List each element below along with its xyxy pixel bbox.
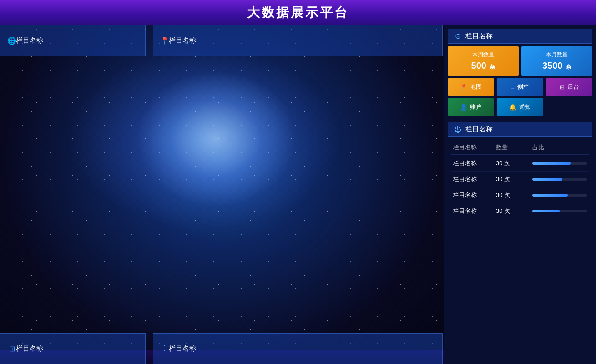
row2-name: 栏目名称 (453, 175, 496, 183)
row3-fill (532, 194, 568, 197)
stats-table: 栏目名称 数量 占比 栏目名称 30 次 栏目名称 30 次 (448, 139, 592, 360)
row3-progress (532, 194, 587, 197)
page-title: 大数据展示平台 (247, 4, 349, 21)
space-middle (0, 56, 444, 333)
right-bottom-section: ⏻ 栏目名称 栏目名称 数量 占比 栏目名称 30 次 (448, 122, 592, 360)
panel-top-center: 📍 栏目名称 (153, 25, 443, 56)
backend-button-label: 后台 (567, 83, 579, 91)
map-button[interactable]: 📍 地图 (448, 78, 494, 96)
shield-icon: 🛡 (161, 344, 169, 353)
row4-progress (532, 210, 587, 212)
table-header-row: 栏目名称 数量 占比 (451, 141, 589, 155)
row4-name: 栏目名称 (453, 207, 496, 215)
stat-box-week: 本周数量 500 条 (448, 46, 519, 76)
space-background: 🌐 栏目名称 📍 栏目名称 ⊞ 栏目名称 🛡 栏目名称 (0, 25, 444, 364)
panel-top-left-title: 栏目名称 (16, 36, 43, 45)
table-row: 栏目名称 30 次 (451, 172, 589, 187)
row3-name: 栏目名称 (453, 191, 496, 199)
account-button[interactable]: 👤 账户 (448, 98, 494, 116)
v-divider-1 (146, 25, 149, 56)
row1-fill (532, 162, 571, 165)
month-value: 3500 条 (542, 61, 571, 71)
backend-icon: ⊞ (560, 84, 565, 91)
row4-fill (532, 210, 560, 212)
power-icon: ⏻ (454, 126, 462, 134)
panel-top-center-title: 栏目名称 (169, 36, 196, 45)
row2-progress (532, 178, 587, 181)
panel-bottom-center-title: 栏目名称 (169, 344, 196, 353)
notify-button-label: 通知 (519, 103, 531, 111)
h-divider (448, 118, 592, 122)
v-divider-2 (146, 333, 149, 364)
table-row: 栏目名称 30 次 (451, 187, 589, 203)
right-top-title: 栏目名称 (465, 32, 493, 40)
panel-bottom-center: 🛡 栏目名称 (153, 333, 443, 364)
row3-count: 30 次 (496, 191, 532, 199)
right-bottom-title: 栏目名称 (465, 125, 493, 134)
sidebar-button[interactable]: ≡ 侧栏 (497, 78, 543, 96)
week-value: 500 条 (471, 61, 495, 71)
row1-count: 30 次 (496, 159, 532, 167)
table-row: 栏目名称 30 次 (451, 156, 589, 172)
account-button-label: 账户 (470, 103, 482, 111)
bottom-panel-row: ⊞ 栏目名称 🛡 栏目名称 (0, 333, 444, 364)
bell-icon: 🔔 (509, 104, 516, 111)
main-content: 🌐 栏目名称 📍 栏目名称 ⊞ 栏目名称 🛡 栏目名称 (0, 25, 596, 364)
col-header-name: 栏目名称 (453, 143, 496, 152)
row1-progress (532, 162, 587, 165)
row1-name: 栏目名称 (453, 159, 496, 167)
col-header-count: 数量 (496, 143, 532, 152)
col-header-percent: 占比 (532, 143, 587, 152)
account-icon: 👤 (460, 104, 467, 111)
right-bottom-header: ⏻ 栏目名称 (448, 122, 592, 137)
quick-buttons-grid: 📍 地图 ≡ 侧栏 ⊞ 后台 👤 账户 🔔 通知 (448, 78, 592, 116)
right-sidebar: ⊙ 栏目名称 本周数量 500 条 本月数量 3500 条 (444, 25, 596, 364)
row2-fill (532, 178, 562, 181)
grid-icon: ⊞ (8, 344, 16, 353)
right-top-header: ⊙ 栏目名称 (448, 29, 592, 44)
map-icon: 📍 (460, 84, 467, 91)
top-panel-row: 🌐 栏目名称 📍 栏目名称 (0, 25, 444, 56)
month-label: 本月数量 (546, 51, 568, 59)
notify-button[interactable]: 🔔 通知 (497, 98, 543, 116)
panel-bottom-left: ⊞ 栏目名称 (0, 333, 146, 364)
sidebar-icon: ≡ (511, 84, 515, 91)
panel-bottom-left-title: 栏目名称 (16, 344, 43, 353)
stat-box-month: 本月数量 3500 条 (521, 46, 592, 76)
right-top-section: ⊙ 栏目名称 本周数量 500 条 本月数量 3500 条 (448, 29, 592, 118)
week-label: 本周数量 (472, 51, 494, 59)
panel-top-left: 🌐 栏目名称 (0, 25, 146, 56)
clock-icon: ⊙ (454, 32, 462, 40)
map-button-label: 地图 (470, 83, 482, 91)
table-row: 栏目名称 30 次 (451, 203, 589, 219)
location-icon: 📍 (161, 36, 169, 45)
globe-icon: 🌐 (8, 36, 16, 45)
header: 大数据展示平台 (0, 0, 596, 25)
row2-count: 30 次 (496, 175, 532, 183)
stats-row: 本周数量 500 条 本月数量 3500 条 (448, 46, 592, 76)
backend-button[interactable]: ⊞ 后台 (546, 78, 592, 96)
row4-count: 30 次 (496, 207, 532, 215)
sidebar-button-label: 侧栏 (517, 83, 529, 91)
